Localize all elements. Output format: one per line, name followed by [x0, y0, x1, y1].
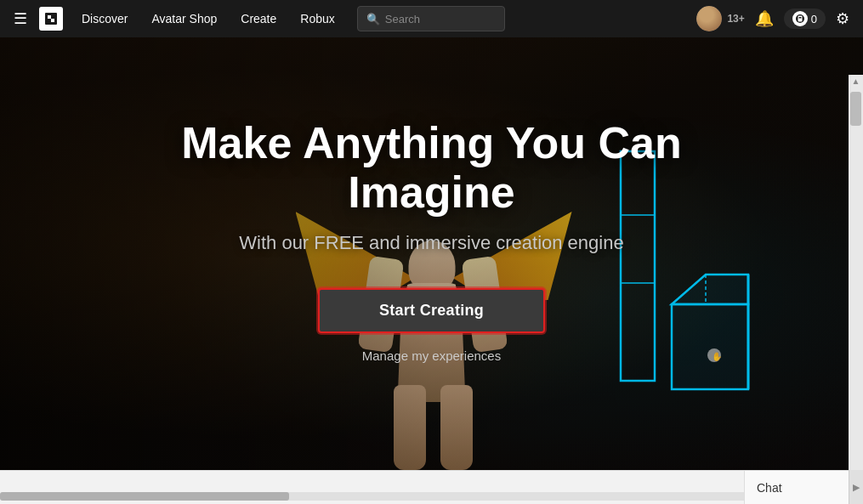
settings-icon[interactable]: ⚙ — [831, 8, 854, 30]
search-bar[interactable]: 🔍 — [357, 6, 505, 31]
start-creating-button[interactable]: Start Creating — [318, 288, 545, 333]
scroll-right-arrow[interactable]: ▶ — [849, 470, 863, 504]
svg-rect-2 — [48, 15, 51, 19]
chat-panel[interactable]: Chat — [744, 470, 863, 504]
search-input[interactable] — [385, 13, 496, 25]
svg-rect-6 — [798, 17, 801, 19]
avatar-icon[interactable] — [696, 6, 722, 31]
hero-section: ✋ Make Anything You Can Imagine With our… — [0, 37, 863, 470]
hero-title: Make Anything You Can Imagine — [134, 119, 730, 216]
nav-links: Discover Avatar Shop Create Robux — [70, 8, 347, 29]
nav-robux[interactable]: Robux — [288, 8, 346, 29]
nav-avatar-shop[interactable]: Avatar Shop — [139, 8, 229, 29]
vertical-scrollbar[interactable]: ▲ — [849, 75, 863, 470]
hero-content: Make Anything You Can Imagine With our F… — [0, 37, 863, 470]
svg-rect-5 — [798, 16, 802, 22]
svg-rect-3 — [51, 19, 54, 22]
scroll-up-arrow[interactable]: ▲ — [849, 75, 863, 88]
roblox-logo-icon[interactable] — [39, 7, 63, 31]
horizontal-scrollbar-track — [0, 492, 849, 501]
robux-display[interactable]: 0 — [784, 8, 826, 29]
search-icon: 🔍 — [366, 13, 380, 25]
robux-count: 0 — [811, 13, 817, 25]
bottom-bar: Chat ▶ — [0, 470, 863, 504]
manage-experiences-link[interactable]: Manage my experiences — [362, 348, 501, 363]
nav-right-controls: 13+ 🔔 0 ⚙ — [696, 6, 854, 31]
nav-create[interactable]: Create — [229, 8, 288, 29]
age-badge: 13+ — [727, 13, 744, 25]
navbar: ☰ Discover Avatar Shop Create Robux 🔍 13… — [0, 0, 863, 37]
hero-subtitle: With our FREE and immersive creation eng… — [239, 232, 623, 254]
scroll-thumb[interactable] — [850, 92, 861, 126]
robux-icon — [792, 11, 808, 26]
horizontal-scrollbar-thumb[interactable] — [0, 492, 289, 501]
hamburger-menu-icon[interactable]: ☰ — [9, 6, 32, 31]
nav-discover[interactable]: Discover — [70, 8, 139, 29]
notifications-icon[interactable]: 🔔 — [750, 8, 779, 30]
